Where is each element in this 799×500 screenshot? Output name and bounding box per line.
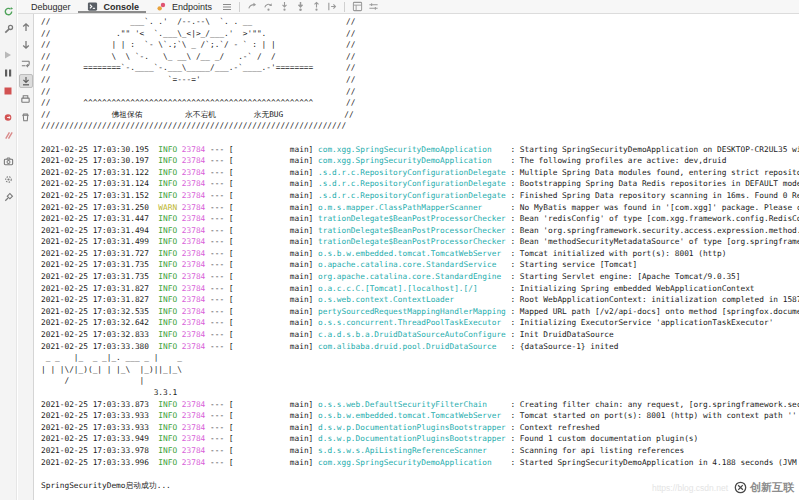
clear-all-icon[interactable] xyxy=(19,110,33,124)
log-line: 2021-02-25 17:03:30.195 INFO 23784 --- [… xyxy=(41,144,799,156)
mute-breakpoints-icon[interactable] xyxy=(1,128,15,142)
mybatis-banner-line: _ _ |_ _ _|_. ___ _ | _ xyxy=(41,352,799,364)
debug-tool-window-header: Debugger Console Endpoints xyxy=(18,0,799,14)
brand-logo-icon xyxy=(734,481,747,494)
settings-gear-icon[interactable] xyxy=(1,172,15,186)
tab-console[interactable]: Console xyxy=(78,0,147,13)
console-text-line xyxy=(41,468,799,480)
mybatis-banner-line: 3.3.1 xyxy=(41,387,799,399)
log-line: 2021-02-25 17:03:31.250 WARN 23784 --- [… xyxy=(41,202,799,214)
log-line: 2021-02-25 17:03:32.833 INFO 23784 --- [… xyxy=(41,329,799,341)
force-step-into-icon[interactable] xyxy=(294,1,306,13)
scroll-to-end-icon[interactable] xyxy=(19,74,33,88)
step-out-icon[interactable] xyxy=(310,1,322,13)
thread-dump-icon[interactable] xyxy=(1,154,15,168)
down-stack-icon[interactable] xyxy=(19,38,33,52)
tab-endpoints-label: Endpoints xyxy=(172,2,212,12)
ascii-banner-line: ////////////////////////////////////////… xyxy=(41,120,799,132)
ascii-banner-line: // 佛祖保佑 永不宕机 永无BUG // xyxy=(41,109,799,121)
log-line: 2021-02-25 17:03:31.735 INFO 23784 --- [… xyxy=(41,271,799,283)
pause-icon[interactable] xyxy=(1,66,15,80)
ascii-banner-line: // // xyxy=(41,86,799,98)
run-to-cursor-icon[interactable] xyxy=(326,1,338,13)
log-line: 2021-02-25 17:03:31.827 INFO 23784 --- [… xyxy=(41,294,799,306)
log-line: 2021-02-25 17:03:33.996 INFO 23784 --- [… xyxy=(41,457,799,469)
view-breakpoints-icon[interactable] xyxy=(1,110,15,124)
layout-settings-icon[interactable] xyxy=(367,1,379,13)
toolbar-separator xyxy=(344,2,345,12)
log-line: 2021-02-25 17:03:31.727 INFO 23784 --- [… xyxy=(41,248,799,260)
endpoints-tab-icon xyxy=(155,1,167,13)
watermark-url: https://blog.csdn.net xyxy=(652,483,728,493)
stop-icon[interactable] xyxy=(1,84,15,98)
ascii-banner-line: // ___`. .' /--.--\ `. . __ // xyxy=(41,16,799,28)
watermark: https://blog.csdn.net 创新互联 xyxy=(652,480,794,495)
log-line: 2021-02-25 17:03:31.152 INFO 23784 --- [… xyxy=(41,190,799,202)
show-execution-point-icon[interactable] xyxy=(246,1,258,13)
ascii-banner-line: // | | : `- \`.;`\ _ /`;.`/ - ` : | | // xyxy=(41,39,799,51)
mybatis-banner-line: / | xyxy=(41,375,799,387)
print-icon[interactable] xyxy=(19,92,33,106)
pin-icon[interactable] xyxy=(1,190,15,204)
log-line: 2021-02-25 17:03:32.642 INFO 23784 --- [… xyxy=(41,317,799,329)
log-line: 2021-02-25 17:03:31.122 INFO 23784 --- [… xyxy=(41,167,799,179)
log-line: 2021-02-25 17:03:33.873 INFO 23784 --- [… xyxy=(41,399,799,411)
log-line: 2021-02-25 17:03:33.933 INFO 23784 --- [… xyxy=(41,422,799,434)
tab-console-label: Console xyxy=(104,2,140,12)
ascii-banner-line: // ^^^^^^^^^^^^^^^^^^^^^^^^^^^^^^^^^^^^^… xyxy=(41,97,799,109)
toolbar-separator xyxy=(239,2,240,12)
tab-endpoints[interactable]: Endpoints xyxy=(146,0,219,13)
watermark-brand-text: 创新互联 xyxy=(750,480,794,495)
tab-debugger[interactable]: Debugger xyxy=(24,0,78,13)
debug-toolbar-left xyxy=(0,0,17,500)
step-over-icon[interactable] xyxy=(262,1,274,13)
log-line: 2021-02-25 17:03:31.735 INFO 23784 --- [… xyxy=(41,259,799,271)
log-line: 2021-02-25 17:03:31.494 INFO 23784 --- [… xyxy=(41,225,799,237)
mybatis-banner-line: | | |\/|_)(_| | |_\ |_)||_|_\ xyxy=(41,364,799,376)
log-line: 2021-02-25 17:03:31.447 INFO 23784 --- [… xyxy=(41,213,799,225)
log-line: 2021-02-25 17:03:33.949 INFO 23784 --- [… xyxy=(41,433,799,445)
resume-icon[interactable] xyxy=(1,48,15,62)
ascii-banner-line: // ."" '< `.___\_<|>_/___.' >'"". // xyxy=(41,28,799,40)
wrench-icon[interactable] xyxy=(1,22,15,36)
watermark-brand: 创新互联 xyxy=(734,480,794,495)
log-line: 2021-02-25 17:03:30.197 INFO 23784 --- [… xyxy=(41,155,799,167)
console-toolbar-left xyxy=(18,14,34,500)
ascii-banner-line: // ========`-.____`-.___\_____/___.-`___… xyxy=(41,62,799,74)
hamburger-icon[interactable] xyxy=(221,1,233,13)
up-stack-icon[interactable] xyxy=(19,20,33,34)
console-text-line xyxy=(41,132,799,144)
log-line: 2021-02-25 17:03:33.933 INFO 23784 --- [… xyxy=(41,410,799,422)
soft-wrap-icon[interactable] xyxy=(19,56,33,70)
log-line: 2021-02-25 17:03:31.827 INFO 23784 --- [… xyxy=(41,283,799,295)
console-output[interactable]: // ___`. .' /--.--\ `. . __ //// ."" '< … xyxy=(35,14,799,500)
log-line: 2021-02-25 17:03:31.499 INFO 23784 --- [… xyxy=(41,236,799,248)
log-line: 2021-02-25 17:03:33.380 INFO 23784 --- [… xyxy=(41,341,799,353)
tab-debugger-label: Debugger xyxy=(31,2,71,12)
console-tab-icon xyxy=(87,1,99,13)
log-line: 2021-02-25 17:03:32.535 INFO 23784 --- [… xyxy=(41,306,799,318)
log-line: 2021-02-25 17:03:31.124 INFO 23784 --- [… xyxy=(41,178,799,190)
ascii-banner-line: // \ \ `-. \_ __\ /__ _/ .-` / / // xyxy=(41,51,799,63)
ascii-banner-line: // `=---=' // xyxy=(41,74,799,86)
step-into-icon[interactable] xyxy=(278,1,290,13)
evaluate-expression-icon[interactable] xyxy=(351,1,363,13)
rerun-icon[interactable] xyxy=(1,4,15,18)
log-line: 2021-02-25 17:03:33.978 INFO 23784 --- [… xyxy=(41,445,799,457)
